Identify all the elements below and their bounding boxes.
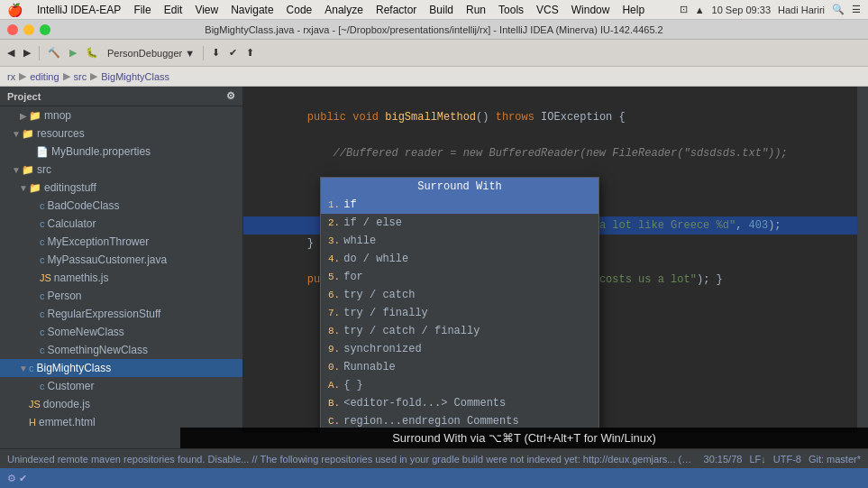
vcs-update-button[interactable]: ⬇	[208, 45, 224, 60]
apple-menu[interactable]: 🍎	[7, 3, 23, 17]
status-bar: Unindexed remote maven repositories foun…	[0, 448, 868, 468]
menu-code[interactable]: Code	[281, 2, 318, 18]
editor-scrollbar[interactable]	[857, 87, 868, 433]
breadcrumb-rx[interactable]: rx	[7, 71, 15, 82]
menu-analyze[interactable]: Analyze	[319, 2, 369, 18]
sidebar-item-myexceptionthrower[interactable]: c MyExceptionThrower	[0, 233, 242, 251]
popup-item-synchronized[interactable]: 9. synchronized	[321, 340, 598, 358]
back-button[interactable]: ◀	[4, 45, 18, 60]
breadcrumb: rx ▶ editing ▶ src ▶ BigMightyClass	[0, 67, 868, 87]
menu-vcs[interactable]: VCS	[531, 2, 564, 18]
sidebar-item-somethingnewclass[interactable]: c SomethingNewClass	[0, 341, 242, 359]
menu-file[interactable]: File	[128, 2, 156, 18]
folder-icon-resources: 📁	[22, 128, 34, 140]
run-config[interactable]: PersonDebugger ▼	[104, 46, 198, 60]
sidebar-item-badcodeclass[interactable]: c BadCodeClass	[0, 197, 242, 215]
search-icon[interactable]: 🔍	[832, 4, 845, 15]
popup-key-runnable: 0.	[328, 362, 340, 373]
popup-item-do-while[interactable]: 4. do / while	[321, 250, 598, 268]
sidebar-label-somenewclass: SomeNewClass	[48, 326, 124, 338]
menu-bar: 🍎 IntelliJ IDEA-EAP File Edit View Navig…	[0, 0, 868, 20]
popup-label-editor-fold: <editor-fold...> Comments	[343, 397, 506, 410]
sidebar-item-resources[interactable]: ▼ 📁 resources	[0, 124, 242, 143]
expand-arrow-bigmightyclass: ▼	[18, 364, 29, 373]
popup-key-try-catch: 6.	[328, 290, 340, 300]
file-icon-emmethtml: H	[29, 417, 36, 428]
code-text: //Buffered reader = new BufferedReader(n…	[281, 144, 861, 162]
menu-edit[interactable]: Edit	[159, 2, 188, 18]
sidebar-item-mnop[interactable]: ▶ 📁 mnop	[0, 106, 242, 124]
popup-item-try-catch-finally[interactable]: 8. try / catch / finally	[321, 322, 598, 340]
breadcrumb-editing[interactable]: editing	[30, 71, 59, 82]
menu-intellij[interactable]: IntelliJ IDEA-EAP	[32, 2, 126, 18]
sidebar-item-mybundle[interactable]: 📄 MyBundle.properties	[0, 143, 242, 161]
status-vcs: Git: master*	[809, 454, 861, 465]
menu-navigate[interactable]: Navigate	[225, 2, 279, 18]
code-editor[interactable]: public void bigSmallMethod() throws IOEx…	[243, 87, 868, 433]
sidebar-item-bigmightyclass[interactable]: ▼ c BigMightyClass	[0, 359, 242, 377]
sidebar-item-mypassaucustomer[interactable]: c MyPassauCustomer.java	[0, 251, 242, 269]
sidebar-item-donodejs[interactable]: JS donode.js	[0, 395, 242, 413]
menu-build[interactable]: Build	[424, 2, 459, 18]
menu-view[interactable]: View	[189, 2, 224, 18]
file-icon-bigmightyclass: c	[29, 363, 34, 373]
surround-tooltip: Surround With via ⌥⌘T (Ctrl+Alt+T for Wi…	[180, 428, 868, 448]
popup-item-try-finally[interactable]: 7. try / finally	[321, 304, 598, 322]
breadcrumb-bigmightyclass[interactable]: BigMightyClass	[101, 71, 169, 82]
popup-item-braces[interactable]: A. { }	[321, 376, 598, 394]
popup-key-region: C.	[328, 416, 340, 427]
popup-item-if[interactable]: 1. if	[321, 196, 598, 214]
control-center-icon[interactable]: ☰	[852, 4, 861, 15]
run-button[interactable]: ▶	[66, 45, 80, 60]
sidebar-label-somethingnewclass: SomethingNewClass	[48, 344, 148, 356]
sidebar-item-person[interactable]: c Person	[0, 287, 242, 305]
sidebar-label-mypassaucustomer: MyPassauCustomer.java	[48, 253, 168, 266]
menu-tools[interactable]: Tools	[493, 2, 529, 18]
popup-label-region: region...endregion Comments	[343, 415, 518, 428]
sidebar-label-mybundle: MyBundle.properties	[51, 145, 151, 158]
sidebar-item-editingstuff[interactable]: ▼ 📁 editingstuff	[0, 179, 242, 197]
sidebar-item-src[interactable]: ▼ 📁 src	[0, 161, 242, 179]
popup-label-if-else: if / else	[343, 216, 402, 229]
close-button[interactable]	[7, 24, 18, 35]
debug-button[interactable]: 🐛	[82, 45, 102, 60]
sidebar-item-regularexpressionstuff[interactable]: c RegularExpressionStuff	[0, 305, 242, 323]
sidebar-actions[interactable]: ⚙	[226, 90, 235, 102]
toolbar: ◀ ▶ 🔨 ▶ 🐛 PersonDebugger ▼ ⬇ ✔ ⬆	[0, 40, 868, 67]
file-icon-somethingnewclass: c	[40, 345, 45, 355]
popup-key-braces: A.	[328, 380, 340, 391]
popup-item-editor-fold[interactable]: B. <editor-fold...> Comments	[321, 394, 598, 412]
expand-arrow-editingstuff: ▼	[18, 183, 29, 193]
vcs-push-button[interactable]: ⬆	[242, 45, 258, 60]
breadcrumb-src[interactable]: src	[74, 71, 87, 82]
popup-item-if-else[interactable]: 2. if / else	[321, 214, 598, 232]
vcs-commit-button[interactable]: ✔	[225, 45, 241, 60]
build-button[interactable]: 🔨	[44, 45, 64, 60]
popup-label-try-finally: try / finally	[343, 307, 428, 319]
gear-icon[interactable]: ⚙	[226, 90, 235, 102]
sidebar-item-namethisjs[interactable]: JS namethis.js	[0, 269, 242, 287]
forward-button[interactable]: ▶	[20, 45, 34, 60]
bc-sep-2: ▶	[63, 70, 70, 82]
sidebar-item-somenewclass[interactable]: c SomeNewClass	[0, 323, 242, 341]
sidebar-label-myexceptionthrower: MyExceptionThrower	[48, 235, 150, 248]
popup-item-for[interactable]: 5. for	[321, 268, 598, 286]
maximize-button[interactable]	[40, 24, 50, 35]
file-icon-mybundle: 📄	[36, 146, 49, 158]
menu-refactor[interactable]: Refactor	[370, 2, 422, 18]
menu-help[interactable]: Help	[617, 2, 650, 18]
popup-title: Surround With	[321, 178, 598, 196]
tooltip-text: Surround With via ⌥⌘T (Ctrl+Alt+T for Wi…	[392, 431, 656, 445]
sidebar-label-src: src	[37, 163, 51, 176]
sidebar-item-customer[interactable]: c Customer	[0, 377, 242, 395]
sidebar-item-calculator[interactable]: c Calculator	[0, 215, 242, 233]
expand-arrow-src: ▼	[11, 165, 22, 175]
popup-item-try-catch[interactable]: 6. try / catch	[321, 286, 598, 304]
popup-item-runnable[interactable]: 0. Runnable	[321, 358, 598, 376]
menu-run[interactable]: Run	[461, 2, 491, 18]
popup-label-try-catch-finally: try / catch / finally	[343, 325, 480, 337]
menu-window[interactable]: Window	[566, 2, 616, 18]
popup-item-while[interactable]: 3. while	[321, 232, 598, 250]
sidebar-label-resources: resources	[37, 127, 85, 140]
minimize-button[interactable]	[23, 24, 34, 35]
